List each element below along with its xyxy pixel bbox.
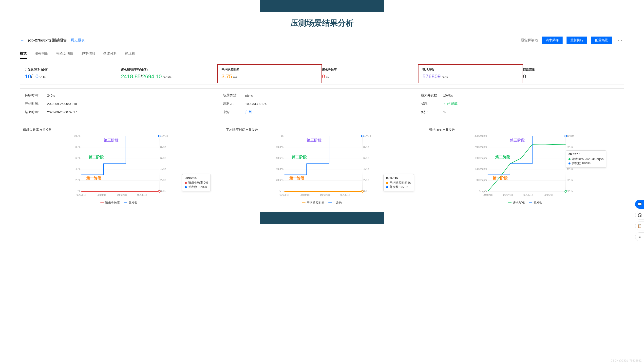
metric-network: 网络流量 0 [523, 68, 619, 80]
svg-text:3000reqs/s: 3000reqs/s [474, 135, 486, 137]
svg-text:第三阶段: 第三阶段 [104, 138, 119, 142]
svg-text:200ms: 200ms [276, 179, 284, 182]
svg-text:4VUs: 4VUs [160, 168, 166, 170]
chart-title: 请求RPS与并发数 [429, 128, 621, 132]
chart-tooltip: 00:07:15请求失败率 0%并发数 10VUs [182, 174, 211, 191]
svg-text:0VUs: 0VUs [364, 190, 369, 193]
chart-title: 平均响应时间与并发数 [226, 128, 418, 132]
legend-item[interactable]: 平均响应时间 [302, 201, 324, 205]
chart-tooltip: 00:07:15请求RPS 2528.36reqs/s并发数 10VUs [566, 150, 606, 168]
report-interpretation-link[interactable]: 报告解读 ⧉ [521, 38, 538, 43]
chart-panel-0: 请求失败率与并发数0%0VUs20%2VUs40%4VUs60%6VUs80%8… [20, 124, 218, 207]
config-button[interactable]: 配置场景 [591, 37, 612, 44]
svg-text:400ms: 400ms [276, 168, 284, 170]
svg-text:4VUs: 4VUs [364, 168, 369, 170]
metric-total-requests: 请求总数 576809reqs [418, 64, 523, 83]
external-link-icon: ⧉ [536, 38, 538, 43]
svg-text:0VUs: 0VUs [160, 190, 166, 193]
legend-item[interactable]: 请求RPS [508, 201, 525, 205]
svg-text:8VUs: 8VUs [160, 146, 166, 148]
svg-text:第三阶段: 第三阶段 [510, 138, 525, 142]
more-icon[interactable]: ⋯ [616, 38, 624, 43]
banner-bottom [260, 212, 384, 224]
legend-item[interactable]: 并发数 [529, 201, 542, 205]
svg-text:第三阶段: 第三阶段 [306, 138, 322, 142]
svg-text:00:03:18: 00:03:18 [76, 194, 86, 196]
banner-top [260, 0, 384, 12]
svg-text:8VUs: 8VUs [566, 146, 572, 148]
metric-fail-rate: 请求失败率 0% [322, 68, 418, 80]
svg-text:10VUs: 10VUs [160, 135, 168, 137]
chart-title: 请求失败率与并发数 [23, 128, 215, 132]
back-icon[interactable]: ← [20, 38, 24, 43]
edit-icon[interactable]: ✎ [443, 110, 446, 114]
svg-text:800ms: 800ms [276, 146, 284, 148]
svg-text:2VUs: 2VUs [160, 179, 166, 182]
tab-service-detail[interactable]: 服务明细 [34, 49, 48, 59]
source-link[interactable]: 广州 [245, 110, 252, 114]
svg-text:00:05:18: 00:05:18 [523, 194, 533, 196]
tab-overview[interactable]: 概览 [20, 49, 27, 59]
svg-text:10VUs: 10VUs [364, 135, 371, 137]
svg-text:1200reqs/s: 1200reqs/s [474, 168, 486, 170]
legend-item[interactable]: 请求失败率 [100, 201, 120, 205]
svg-text:00:06:18: 00:06:18 [138, 194, 147, 196]
legend-item[interactable]: 并发数 [124, 201, 138, 205]
tab-press-machine[interactable]: 施压机 [125, 49, 135, 59]
tab-bar: 概览 服务明细 检查点明细 脚本信息 多维分析 施压机 [20, 49, 624, 59]
svg-text:80%: 80% [76, 146, 80, 148]
svg-text:1s: 1s [281, 135, 284, 137]
chart-panel-2: 请求RPS与并发数0reqs/s0VUs600reqs/s2VUs1200req… [426, 124, 624, 207]
svg-text:00:03:18: 00:03:18 [280, 194, 290, 196]
svg-text:第二阶段: 第二阶段 [292, 155, 307, 159]
chart-legend: 平均响应时间并发数 [226, 199, 418, 205]
metrics-panel: 并发数(实时/峰值) 10/10VUs 请求RPS(平均/峰值) 2418.85… [20, 63, 624, 85]
floating-actions: 💬 🎧 📋 ≡ [635, 200, 644, 224]
svg-text:00:04:18: 00:04:18 [97, 194, 106, 196]
svg-text:60%: 60% [76, 157, 80, 160]
svg-text:600ms: 600ms [276, 157, 284, 160]
metric-vu: 并发数(实时/峰值) 10/10VUs [25, 68, 121, 80]
tab-checkpoint-detail[interactable]: 检查点明细 [56, 49, 74, 59]
sample-button[interactable]: 请求采样 [542, 37, 562, 44]
fab-feedback-icon[interactable]: 📋 [635, 221, 644, 224]
svg-text:00:05:18: 00:05:18 [117, 194, 127, 196]
svg-text:2VUs: 2VUs [364, 179, 369, 182]
svg-text:第一阶段: 第一阶段 [492, 176, 508, 180]
chart-legend: 请求RPS并发数 [429, 199, 621, 205]
svg-text:6VUs: 6VUs [364, 157, 369, 160]
svg-text:100%: 100% [74, 135, 80, 137]
svg-text:4VUs: 4VUs [566, 168, 572, 170]
svg-text:40%: 40% [76, 168, 80, 170]
svg-text:00:03:18: 00:03:18 [483, 194, 492, 196]
metric-avg-response: 平均响应时间 3.75ms [217, 64, 322, 83]
svg-text:8VUs: 8VUs [364, 146, 369, 148]
fab-headset-icon[interactable]: 🎧 [635, 211, 644, 220]
chart-legend: 请求失败率并发数 [23, 199, 215, 205]
history-link[interactable]: 历史报表 [71, 38, 85, 43]
svg-text:2VUs: 2VUs [566, 179, 572, 182]
svg-text:10VUs: 10VUs [566, 135, 574, 137]
check-circle-icon: ✓ [443, 102, 446, 106]
svg-text:2400reqs/s: 2400reqs/s [474, 146, 486, 148]
report-title: job-27kq8xfg 测试报告 [28, 38, 67, 43]
tab-multi-analysis[interactable]: 多维分析 [103, 49, 117, 59]
svg-text:00:05:18: 00:05:18 [320, 194, 330, 196]
metric-rps: 请求RPS(平均/峰值) 2418.85/2694.10reqs/s [121, 68, 217, 80]
svg-text:0reqs/s: 0reqs/s [479, 190, 487, 193]
svg-text:20%: 20% [76, 179, 80, 182]
rerun-button[interactable]: 重新执行 [566, 37, 587, 44]
svg-text:第一阶段: 第一阶段 [289, 176, 304, 180]
fab-chat-icon[interactable]: 💬 [635, 200, 644, 209]
svg-text:00:04:18: 00:04:18 [300, 194, 310, 196]
legend-item[interactable]: 并发数 [328, 201, 342, 205]
svg-text:6VUs: 6VUs [160, 157, 166, 160]
svg-text:600reqs/s: 600reqs/s [476, 179, 486, 182]
svg-text:00:04:18: 00:04:18 [503, 194, 513, 196]
svg-text:00:06:18: 00:06:18 [544, 194, 553, 196]
svg-text:第二阶段: 第二阶段 [88, 155, 104, 159]
status-badge: ✓已完成 [443, 102, 458, 106]
svg-text:1800reqs/s: 1800reqs/s [474, 157, 486, 160]
tab-script-info[interactable]: 脚本信息 [82, 49, 95, 59]
charts-row: 请求失败率与并发数0%0VUs20%2VUs40%4VUs60%6VUs80%8… [20, 124, 624, 207]
